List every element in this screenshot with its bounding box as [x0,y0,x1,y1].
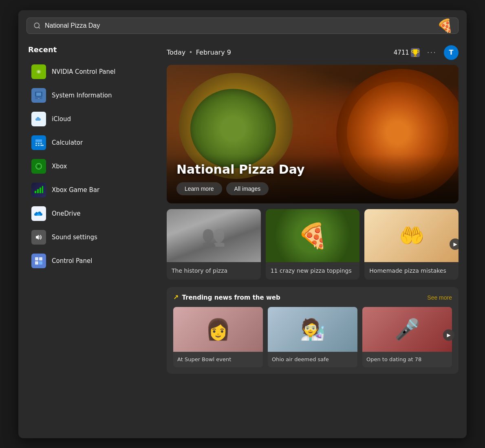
trending-title: Trending news from the web [182,294,280,301]
recent-item-nvidia[interactable]: NVIDIA Control Panel [26,60,157,83]
recent-item-calculator[interactable]: Calculator [26,131,157,154]
svg-rect-30 [35,261,38,265]
icloud-icon [31,112,46,126]
svg-rect-23 [40,188,41,193]
app-window: 🍕 Recent NVIDIA Control Panel [18,10,467,438]
article-card-history[interactable]: The history of pizza [167,209,261,280]
news-card-ohio[interactable]: Ohio air deemed safe [268,307,357,367]
recent-item-onedrive[interactable]: OneDrive [26,202,157,225]
svg-rect-22 [37,189,39,193]
sound-icon [31,230,46,245]
date-label: February 9 [196,49,231,56]
today-label: Today [167,49,185,56]
recent-item-icloud[interactable]: iCloud [26,108,157,130]
svg-rect-21 [35,191,36,193]
article-img-homemade [364,209,459,262]
nvidia-label: NVIDIA Control Panel [52,68,115,75]
trending-title-group: ↗ Trending news from the web [173,294,280,301]
sound-label: Sound settings [52,234,97,241]
hero-container[interactable]: National Pizza Day Learn more All images [167,65,459,203]
rewards-count: 4711 [394,49,409,56]
search-input-wrapper[interactable]: 🍕 [26,18,459,34]
news-row: At Super Bowl event Ohio air deemed safe… [173,307,452,367]
svg-rect-7 [36,93,41,96]
xboxbar-label: Xbox Game Bar [52,186,99,194]
svg-point-20 [37,165,40,168]
article-title-homemade: Homemade pizza mistakes [364,262,459,280]
trophy-icon [411,48,420,57]
controlpanel-icon [31,254,46,268]
more-options-button[interactable]: ··· [424,46,440,58]
sidebar-title: Recent [26,45,157,54]
svg-rect-31 [39,261,42,265]
svg-rect-8 [38,98,40,99]
svg-rect-24 [42,186,43,193]
news-img-ohio [268,307,357,352]
article-card-toppings[interactable]: 11 crazy new pizza toppings [266,209,360,280]
news-next-button[interactable]: ▶ [443,329,454,341]
main-content: Recent NVIDIA Control Panel System Infor… [18,41,467,438]
svg-rect-13 [38,143,40,144]
articles-next-button[interactable]: ▶ [450,238,459,250]
search-input[interactable] [45,22,452,29]
xbox-label: Xbox [52,163,67,170]
onedrive-label: OneDrive [52,210,81,217]
news-img-superbowl [173,307,263,352]
date-info: Today • February 9 [167,49,231,56]
see-more-button[interactable]: See more [427,294,452,301]
trending-section: ↗ Trending news from the web See more At… [167,287,459,374]
trending-header: ↗ Trending news from the web See more [173,294,452,301]
svg-rect-16 [38,145,40,146]
recent-item-sysinfo[interactable]: System Information [26,84,157,107]
bing-rewards[interactable]: 4711 [394,48,420,57]
recent-list: NVIDIA Control Panel System Information … [26,60,157,272]
recent-item-xbox[interactable]: Xbox [26,155,157,178]
article-card-homemade[interactable]: Homemade pizza mistakes [364,209,459,280]
panel-header: Today • February 9 4711 [167,45,459,60]
hero-title: National Pizza Day [176,162,449,177]
svg-rect-17 [40,145,44,146]
xboxbar-icon [31,183,46,197]
article-img-toppings [266,209,360,262]
nvidia-icon [31,64,46,79]
recent-item-sound[interactable]: Sound settings [26,226,157,249]
icloud-label: iCloud [52,115,71,123]
svg-rect-14 [40,143,42,144]
learn-more-button[interactable]: Learn more [176,182,222,195]
sysinfo-icon [31,88,46,103]
avatar[interactable]: T [444,45,459,60]
recent-item-xboxbar[interactable]: Xbox Game Bar [26,179,157,201]
svg-point-3 [37,71,40,73]
news-title-ohio: Ohio air deemed safe [268,352,357,367]
trending-icon: ↗ [173,294,179,301]
svg-rect-15 [35,145,37,146]
news-card-dating[interactable]: Open to dating at 78 [362,307,452,367]
right-panel: Today • February 9 4711 [167,45,459,430]
hero-buttons: Learn more All images [176,182,449,195]
sidebar: Recent NVIDIA Control Panel System Infor… [26,45,157,430]
xbox-icon [31,159,46,174]
recent-item-controlpanel[interactable]: Control Panel [26,249,157,272]
all-images-button[interactable]: All images [226,182,269,195]
svg-rect-11 [35,139,42,142]
article-title-toppings: 11 crazy new pizza toppings [266,262,360,280]
news-card-superbowl[interactable]: At Super Bowl event [173,307,263,367]
svg-rect-6 [35,97,42,99]
header-right: 4711 ··· T [394,45,459,60]
news-title-dating: Open to dating at 78 [362,352,452,367]
calculator-label: Calculator [52,139,83,146]
search-icon [33,22,41,29]
calculator-icon [31,135,46,150]
search-bar-area: 🍕 [18,10,467,41]
article-title-history: The history of pizza [167,262,261,280]
svg-point-0 [34,23,39,28]
onedrive-icon [31,206,46,221]
articles-row: The history of pizza 11 crazy new pizza … [167,209,459,280]
svg-rect-28 [35,257,38,260]
pizza-emoji-badge: 🍕 [437,18,453,33]
news-title-superbowl: At Super Bowl event [173,352,263,367]
date-dot: • [189,49,192,56]
news-img-dating [362,307,452,352]
article-img-history [167,209,261,262]
svg-rect-33 [414,55,416,56]
